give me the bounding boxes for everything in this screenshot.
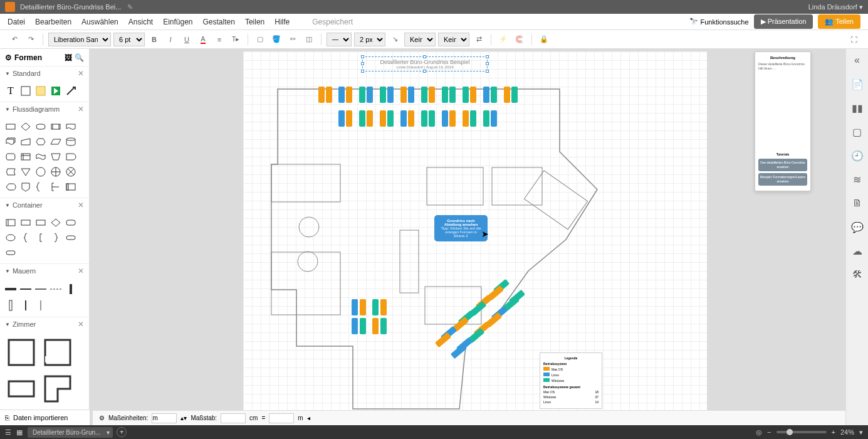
menu-einfuegen[interactable]: Einfügen <box>163 18 192 26</box>
tools-icon[interactable]: 🛠 <box>851 268 864 281</box>
comment-icon[interactable]: 💬 <box>851 221 864 233</box>
shape-cont2[interactable] <box>19 216 33 230</box>
wall-medium[interactable] <box>19 282 33 297</box>
desk[interactable] <box>387 110 394 127</box>
desk[interactable] <box>372 318 379 334</box>
desk[interactable] <box>400 87 407 103</box>
shape-sum[interactable] <box>64 165 78 179</box>
desk[interactable] <box>372 299 379 315</box>
desk[interactable] <box>421 87 427 103</box>
shape-brace-r[interactable] <box>49 231 63 245</box>
canvas[interactable]: Detaillierter Büro-Grundriss Beispiel Li… <box>243 51 707 421</box>
desk[interactable] <box>449 110 456 127</box>
line-type-button[interactable]: ↘ <box>388 33 402 46</box>
shape-predefined[interactable] <box>49 120 63 134</box>
text-color-button[interactable]: A <box>196 33 210 46</box>
desk[interactable] <box>470 110 476 127</box>
presentation-button[interactable]: ▶ Präsentation <box>754 14 813 29</box>
shape-text[interactable]: T <box>4 84 18 98</box>
shape-brace-l[interactable] <box>19 231 33 245</box>
shape-brace[interactable] <box>34 180 48 194</box>
close-icon[interactable]: ✕ <box>78 201 84 209</box>
desk[interactable] <box>380 318 387 334</box>
add-page-button[interactable]: + <box>117 427 127 437</box>
zoom-in-button[interactable]: + <box>832 428 835 436</box>
zoom-value[interactable]: 24% <box>840 428 854 436</box>
scale-input-2[interactable] <box>269 413 294 423</box>
desk[interactable] <box>442 87 448 103</box>
line-style-select[interactable]: ─── <box>327 33 352 46</box>
units-input[interactable] <box>152 413 177 423</box>
shape-or[interactable] <box>49 165 63 179</box>
menu-ansicht[interactable]: Ansicht <box>128 18 153 26</box>
wall-vert4[interactable] <box>34 298 48 313</box>
image-icon[interactable]: 🖼 <box>65 53 72 62</box>
shape-cont1[interactable] <box>4 216 18 230</box>
wall-vert-thick[interactable] <box>64 282 78 297</box>
font-select[interactable]: Liberation Sans <box>48 33 111 46</box>
shape-block[interactable] <box>19 84 33 98</box>
redo-button[interactable]: ↷ <box>24 33 38 46</box>
slide-icon[interactable]: ▮▮ <box>851 102 864 114</box>
font-size-select[interactable]: 6 pt <box>113 33 145 46</box>
shape-cont4[interactable] <box>49 216 63 230</box>
undo-button[interactable]: ↶ <box>8 33 21 46</box>
align-button[interactable]: ≡ <box>212 33 226 46</box>
shape-cont6[interactable] <box>4 231 18 245</box>
menu-auswaehlen[interactable]: Auswählen <box>81 18 118 26</box>
shape-options-button[interactable]: ◫ <box>302 33 316 46</box>
scale-input-1[interactable] <box>221 413 246 423</box>
desk[interactable] <box>491 87 497 103</box>
share-button[interactable]: 👥 Teilen <box>818 14 860 29</box>
shape-note2[interactable] <box>49 180 63 194</box>
desk[interactable] <box>346 87 352 103</box>
canvas-area[interactable]: Detaillierter Büro-Grundriss Beispiel Li… <box>90 49 845 425</box>
desk[interactable] <box>352 299 358 315</box>
shape-multidoc[interactable] <box>4 135 18 149</box>
section-flowchart-header[interactable]: ▼Flussdiagramm✕ <box>0 102 89 116</box>
page-icon[interactable]: 📄 <box>851 78 864 90</box>
desk[interactable] <box>367 87 373 103</box>
section-standard-header[interactable]: ▼Standard✕ <box>0 66 89 80</box>
history-icon[interactable]: 🕘 <box>851 149 864 162</box>
italic-button[interactable]: I <box>164 33 177 46</box>
border-color-button[interactable]: ✏ <box>286 33 300 46</box>
shape-delay[interactable] <box>64 150 78 164</box>
section-container-header[interactable]: ▼Container✕ <box>0 198 89 212</box>
desk[interactable] <box>338 110 345 127</box>
room-square[interactable] <box>4 335 39 370</box>
shape-connector-circle[interactable] <box>34 165 48 179</box>
close-icon[interactable]: ✕ <box>78 69 84 78</box>
lock-button[interactable]: 🔒 <box>537 33 551 46</box>
action-button[interactable]: ⚡ <box>496 33 510 46</box>
desk[interactable] <box>387 87 394 103</box>
shape-internal[interactable] <box>19 150 33 164</box>
shape-swimlane[interactable] <box>64 180 78 194</box>
menu-bearbeiten[interactable]: Bearbeiten <box>35 18 71 26</box>
desk[interactable] <box>360 318 366 334</box>
gear-icon[interactable]: ⚙ <box>99 415 105 421</box>
wall-vert3[interactable] <box>19 298 33 313</box>
desk[interactable] <box>483 87 489 103</box>
close-icon[interactable]: ✕ <box>78 105 84 114</box>
desk[interactable] <box>470 87 476 103</box>
underline-button[interactable]: U <box>180 33 194 46</box>
shape-database[interactable] <box>64 135 78 149</box>
desk[interactable] <box>326 87 332 103</box>
bold-button[interactable]: B <box>147 33 161 46</box>
shape-manual-input[interactable] <box>19 135 33 149</box>
cloud-icon[interactable]: ☁ <box>851 245 864 257</box>
rename-icon[interactable]: ✎ <box>127 3 133 11</box>
import-data-button[interactable]: ⎘ Daten importieren <box>0 410 90 425</box>
shape-data[interactable] <box>49 135 63 149</box>
shape-directdata[interactable] <box>4 150 18 164</box>
desk[interactable] <box>483 110 489 127</box>
shape-terminator[interactable] <box>34 120 48 134</box>
document-name[interactable]: Detaillierter Büro-Grundriss Bei... <box>20 3 121 11</box>
shape-preparation[interactable] <box>34 135 48 149</box>
arrow-start-select[interactable]: Keine <box>404 33 436 46</box>
shape-manual-op[interactable] <box>49 150 63 164</box>
desk[interactable] <box>429 110 435 127</box>
wall-dashed[interactable] <box>49 282 63 297</box>
desk[interactable] <box>504 87 510 103</box>
